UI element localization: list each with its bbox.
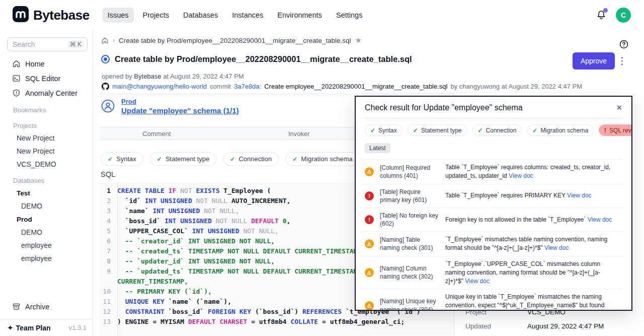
nav-environments[interactable]: Environments <box>272 8 327 23</box>
warning-icon: ⚠ <box>365 167 374 176</box>
rule-name: [Naming] Unique key naming check (304) <box>380 297 439 311</box>
brand[interactable]: Bytebase <box>12 6 90 25</box>
check-syntax[interactable]: ✓Syntax <box>101 152 143 166</box>
approve-button[interactable]: Approve <box>573 52 615 70</box>
check-statement-type[interactable]: ✓Statement type <box>150 152 217 166</box>
sidebar-env-prod[interactable]: Prod <box>0 213 93 226</box>
invoker-column-header: Invoker <box>288 130 310 138</box>
plan-version: v1.3.1 <box>69 324 87 331</box>
view-doc-link[interactable]: View doc <box>466 310 490 311</box>
sql-editor-icon <box>12 74 21 83</box>
view-doc-link[interactable]: View doc <box>465 278 489 285</box>
archive-label: Archive <box>25 303 49 311</box>
view-doc-link[interactable]: View doc <box>588 216 612 223</box>
issue-title: Create table by Prod/employee__202208290… <box>115 54 412 64</box>
check-sql-review[interactable]: !SQL review <box>599 124 632 136</box>
view-doc-link[interactable]: View doc <box>509 172 533 179</box>
view-doc-link[interactable]: View doc <box>544 244 569 251</box>
notifications-button[interactable] <box>596 9 607 21</box>
nav-issues[interactable]: Issues <box>103 8 134 23</box>
close-icon[interactable]: ✕ <box>616 103 622 112</box>
code-text: `id` INT UNSIGNED NOT NULL AUTO_INCREMEN… <box>115 196 290 206</box>
chevron-right-icon: › <box>113 37 115 44</box>
line-number: 6 <box>100 236 115 246</box>
sidebar-project-new-project[interactable]: New Project <box>0 145 93 158</box>
databases-section-label: Databases <box>0 171 93 186</box>
home-icon <box>12 59 21 68</box>
code-text: -- PRIMARY KEY (`id`), <box>115 287 212 297</box>
archive-icon <box>12 302 21 311</box>
check-icon: ✓ <box>370 127 375 134</box>
bookmarks-section-label: Bookmarks <box>0 100 93 116</box>
search-input[interactable]: Search ⌘ K <box>7 37 88 51</box>
bytebase-logo-icon <box>12 6 29 25</box>
modal-checks: ✓Syntax✓Statement type✓Connection✓Migrat… <box>356 118 631 136</box>
plan-footer[interactable]: ✦ Team Plan v1.3.1 <box>0 319 93 336</box>
check-icon: ✓ <box>478 127 483 134</box>
warning-icon: ⚠ <box>365 268 374 277</box>
rule-name: [Column] Required columns (401) <box>380 164 439 180</box>
brand-name: Bytebase <box>33 8 90 23</box>
stage-task-link[interactable]: Update "employee" schema (1/1) <box>121 106 238 115</box>
comment-column-header: Comment <box>142 130 171 138</box>
anomaly-center-icon <box>12 89 21 97</box>
sidebar-databases-list: TestDEMOProdDEMOemployeeemployee <box>0 186 93 265</box>
line-number: 9 <box>100 266 115 277</box>
sidebar-item-anomaly-center[interactable]: Anomaly Center <box>0 86 93 100</box>
sidebar-project-vcs-demo[interactable]: VCS_DEMO <box>0 158 93 171</box>
code-line: 13) ENGINE = MYISAM DEFAULT CHARSET = ut… <box>100 317 454 327</box>
nav-settings[interactable]: Settings <box>331 8 367 23</box>
commit-hash-link[interactable]: 3a7e8da: <box>234 83 261 90</box>
view-doc-link[interactable]: View doc <box>567 192 591 199</box>
check-result-modal: Check result for Update "employee" schem… <box>355 96 632 311</box>
nav-databases[interactable]: Databases <box>178 8 223 23</box>
commit-repo-link[interactable]: main@changyuwong/hello-world <box>112 83 207 90</box>
sidebar-database-employee[interactable]: employee <box>0 239 93 252</box>
sidebar-item-label: Home <box>25 60 45 68</box>
top-right: C <box>596 8 631 23</box>
check-migration-schema[interactable]: ✓Migration schema <box>285 152 360 166</box>
sidebar-item-label: SQL Editor <box>25 75 60 83</box>
rule-detail: `T_Employee`.`UPPER_CASE_COL` mismatches… <box>445 260 622 285</box>
breadcrumb-home-icon[interactable] <box>101 37 109 44</box>
code-text: -- `creator_id` INT UNSIGNED NOT NULL, <box>115 236 275 246</box>
rule-name: [Table] Require primary key (601) <box>380 188 439 204</box>
check-icon: ✓ <box>532 127 537 134</box>
rule-detail: Table `T_Employee` requires PRIMARY KEY … <box>445 191 622 200</box>
sidebar-database-employee[interactable]: employee <box>0 252 93 265</box>
sidebar-item-label: Anomaly Center <box>25 89 77 97</box>
warning-icon: ⚠ <box>365 239 374 248</box>
check-connection[interactable]: ✓Connection <box>223 152 279 166</box>
check-syntax[interactable]: ✓Syntax <box>365 124 403 136</box>
issue-status-icon <box>101 55 110 63</box>
breadcrumb-title: Create table by Prod/employee__202208290… <box>119 37 351 44</box>
sidebar-project-new-project[interactable]: New Project <box>0 131 93 145</box>
star-icon[interactable]: ★ <box>355 36 362 45</box>
sidebar-env-test[interactable]: Test <box>0 186 93 199</box>
line-number <box>100 277 115 287</box>
check-icon: ✓ <box>108 156 113 163</box>
check-statement-type[interactable]: ✓Statement type <box>408 124 467 136</box>
issue-title-row: Create table by Prod/employee__202208290… <box>101 54 412 64</box>
sidebar-item-home[interactable]: Home <box>0 56 93 71</box>
sidebar-item-sql-editor[interactable]: SQL Editor <box>0 71 93 86</box>
nav-instances[interactable]: Instances <box>227 8 268 23</box>
check-icon: ✓ <box>413 127 418 134</box>
check-connection[interactable]: ✓Connection <box>472 124 522 136</box>
nav-projects[interactable]: Projects <box>138 8 174 23</box>
top-nav: IssuesProjectsDatabasesInstancesEnvironm… <box>103 8 368 23</box>
avatar[interactable]: C <box>616 8 631 23</box>
app: Bytebase IssuesProjectsDatabasesInstance… <box>0 0 644 336</box>
help-button[interactable] <box>619 39 629 49</box>
issue-opened-line: opened by Bytebase at August 29, 2022 4:… <box>102 73 244 80</box>
check-migration-schema[interactable]: ✓Migration schema <box>527 124 594 136</box>
search-shortcut: ⌘ K <box>67 40 84 48</box>
latest-filter-chip[interactable]: Latest <box>365 143 390 153</box>
help-icon <box>619 39 629 49</box>
code-text: `name` INT UNSIGNED NOT NULL, <box>115 206 239 216</box>
more-actions-button[interactable]: ⋮ <box>617 55 627 66</box>
sidebar-database-demo[interactable]: DEMO <box>0 199 93 213</box>
sidebar-database-demo[interactable]: DEMO <box>0 226 93 239</box>
stage-env-link[interactable]: Prod <box>121 98 238 105</box>
sidebar-item-archive[interactable]: Archive <box>0 299 93 314</box>
